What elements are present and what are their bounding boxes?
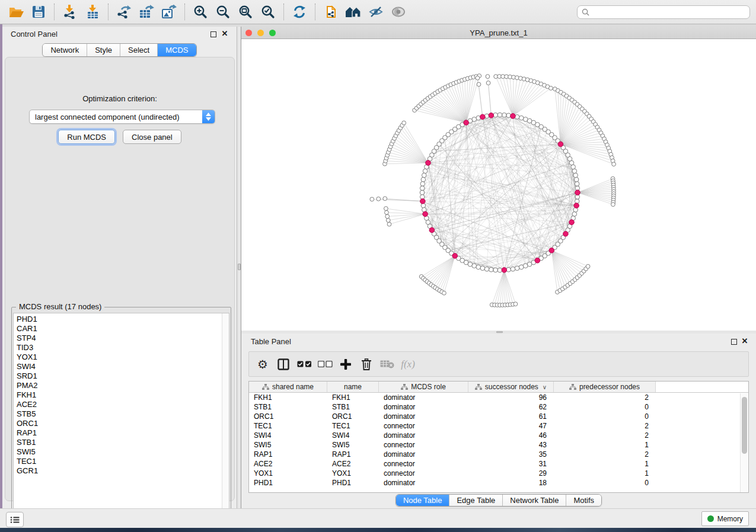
- search-box[interactable]: [577, 5, 750, 19]
- export-table-icon[interactable]: [136, 2, 157, 21]
- graph-ring-node[interactable]: [523, 117, 528, 122]
- table-tab-network-table[interactable]: Network Table: [503, 495, 566, 506]
- table-row[interactable]: SWI4SWI4dominator462: [249, 431, 748, 440]
- column-header-predecessor-nodes[interactable]: predecessor nodes: [554, 382, 656, 392]
- mcds-result-item[interactable]: ORC1: [17, 419, 229, 428]
- graph-ring-node[interactable]: [480, 266, 485, 271]
- graph-ring-node[interactable]: [572, 169, 577, 174]
- graph-leaf-node[interactable]: [386, 219, 390, 223]
- graph-leaf-node[interactable]: [486, 81, 490, 85]
- mcds-result-item[interactable]: TEC1: [17, 457, 229, 466]
- mcds-result-item[interactable]: PHD1: [17, 315, 229, 324]
- graph-ring-node[interactable]: [519, 265, 524, 270]
- graph-dominator-node[interactable]: [464, 120, 469, 126]
- graph-leaf-node[interactable]: [385, 210, 389, 214]
- network-graph-canvas[interactable]: [241, 39, 756, 331]
- graph-ring-node[interactable]: [497, 113, 502, 117]
- graph-ring-node[interactable]: [489, 267, 494, 272]
- graph-ring-node[interactable]: [493, 268, 498, 273]
- graph-ring-node[interactable]: [502, 113, 507, 117]
- table-row[interactable]: ACE2ACE2connector311: [249, 459, 748, 469]
- mcds-result-item[interactable]: CAR1: [17, 324, 229, 334]
- mcds-result-item[interactable]: GCR1: [17, 466, 229, 476]
- graph-dominator-node[interactable]: [574, 203, 579, 209]
- graph-dominator-node[interactable]: [535, 258, 540, 263]
- graph-leaf-node[interactable]: [477, 82, 481, 86]
- graph-ring-node[interactable]: [420, 186, 425, 191]
- table-tab-node-table[interactable]: Node Table: [396, 495, 450, 506]
- column-header-MCDS-role[interactable]: MCDS role: [379, 382, 468, 392]
- mcds-result-item[interactable]: TID3: [17, 343, 229, 352]
- graph-ring-node[interactable]: [423, 169, 428, 174]
- graph-ring-node[interactable]: [421, 177, 426, 182]
- graph-dominator-node[interactable]: [558, 142, 563, 147]
- graph-ring-node[interactable]: [476, 265, 481, 270]
- mcds-result-item[interactable]: FKH1: [17, 390, 229, 400]
- add-column-icon[interactable]: [338, 357, 353, 372]
- network-overview-icon[interactable]: [343, 2, 363, 21]
- graph-dominator-node[interactable]: [426, 161, 431, 166]
- column-header-shared-name[interactable]: shared name: [249, 382, 327, 392]
- graph-leaf-node[interactable]: [586, 264, 590, 268]
- zoom-out-icon[interactable]: [213, 2, 233, 21]
- table-row[interactable]: ORC1ORC1dominator610: [249, 412, 748, 421]
- graph-ring-node[interactable]: [574, 177, 579, 182]
- graph-dominator-node[interactable]: [575, 190, 580, 196]
- mcds-result-item[interactable]: ACE2: [17, 400, 229, 409]
- column-header-name[interactable]: name: [327, 382, 379, 392]
- graph-ring-node[interactable]: [573, 173, 578, 178]
- graph-ring-node[interactable]: [472, 264, 477, 268]
- graph-ring-node[interactable]: [572, 211, 577, 216]
- graph-leaf-node[interactable]: [549, 86, 553, 90]
- table-tab-motifs[interactable]: Motifs: [566, 495, 601, 506]
- zoom-in-icon[interactable]: [190, 2, 210, 21]
- mcds-result-item[interactable]: RAP1: [17, 428, 229, 438]
- graph-dominator-node[interactable]: [423, 211, 428, 217]
- import-network-icon[interactable]: [60, 2, 80, 21]
- criterion-dropdown[interactable]: largest connected component (undirected): [29, 110, 215, 124]
- refresh-icon[interactable]: [289, 2, 310, 21]
- graph-dominator-node[interactable]: [549, 248, 554, 253]
- tab-network[interactable]: Network: [43, 44, 87, 56]
- delete-table-icon[interactable]: [379, 357, 395, 372]
- mcds-result-item[interactable]: STB1: [17, 438, 229, 447]
- column-settings-gear-icon[interactable]: ⚙: [255, 357, 270, 372]
- mcds-result-list[interactable]: PHD1CAR1STP4TID3YOX1SWI4SRD1PMA2FKH1ACE2…: [13, 313, 229, 525]
- graph-dominator-node[interactable]: [420, 198, 426, 204]
- tab-mcds[interactable]: MCDS: [158, 44, 196, 56]
- mcds-list-scrollbar[interactable]: [222, 313, 229, 525]
- run-mcds-button[interactable]: Run MCDS: [58, 130, 115, 144]
- graph-dominator-node[interactable]: [511, 114, 516, 119]
- task-history-button[interactable]: [6, 512, 24, 527]
- float-panel-icon[interactable]: [731, 339, 737, 345]
- graph-ring-node[interactable]: [420, 190, 425, 195]
- graph-ring-node[interactable]: [420, 182, 425, 187]
- graph-leaf-node[interactable]: [402, 121, 406, 125]
- table-scrollbar[interactable]: [740, 393, 748, 492]
- graph-dominator-node[interactable]: [429, 227, 435, 233]
- graph-leaf-node[interactable]: [385, 214, 390, 219]
- column-header-successor-nodes[interactable]: successor nodes∨: [468, 382, 554, 392]
- graph-ring-node[interactable]: [511, 267, 515, 271]
- import-table-icon[interactable]: [82, 2, 103, 21]
- close-panel-button[interactable]: Close panel: [123, 130, 181, 144]
- mcds-result-item[interactable]: YOX1: [17, 352, 229, 362]
- export-network-icon[interactable]: [114, 2, 134, 21]
- close-panel-icon[interactable]: ✕: [221, 30, 229, 38]
- zoom-fit-icon[interactable]: [235, 2, 256, 21]
- graph-leaf-node[interactable]: [476, 76, 480, 80]
- mcds-result-item[interactable]: STB5: [17, 409, 229, 419]
- mcds-result-item[interactable]: SWI5: [17, 447, 229, 457]
- graph-leaf-node[interactable]: [513, 302, 518, 306]
- graph-ring-node[interactable]: [575, 182, 579, 187]
- network-window-titlebar[interactable]: YPA_prune.txt_1: [241, 27, 756, 39]
- hide-graphics-details-icon[interactable]: [366, 2, 386, 21]
- graph-ring-node[interactable]: [484, 267, 489, 271]
- splitter-grip[interactable]: [496, 331, 503, 333]
- show-graphics-details-icon[interactable]: [388, 2, 409, 21]
- mcds-result-item[interactable]: STP4: [17, 334, 229, 343]
- tab-select[interactable]: Select: [120, 44, 158, 56]
- memory-button[interactable]: Memory: [701, 511, 749, 526]
- graph-leaf-node[interactable]: [384, 207, 388, 211]
- delete-column-icon[interactable]: [359, 357, 374, 372]
